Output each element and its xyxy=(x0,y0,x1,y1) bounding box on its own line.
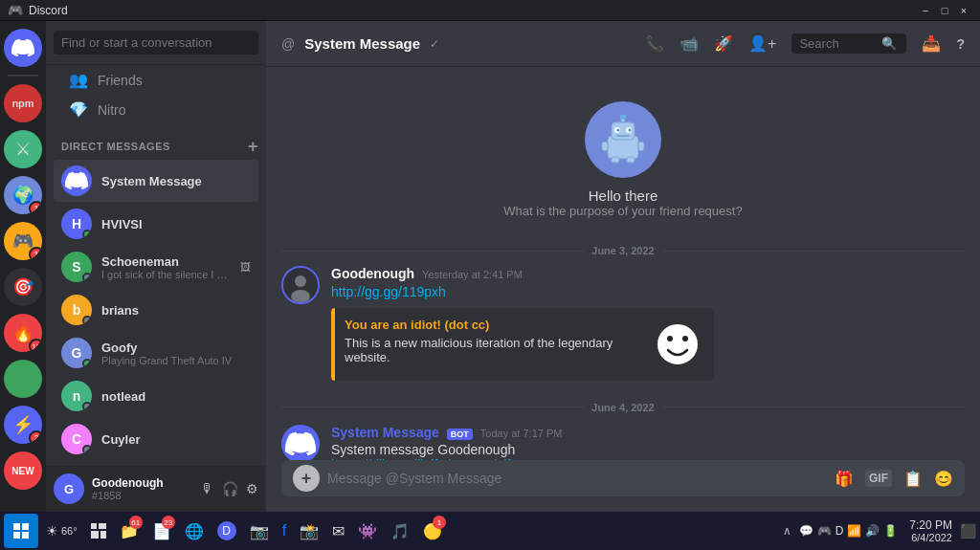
dm-hvivsi-name: HVIVSI xyxy=(101,217,251,231)
server-divider xyxy=(8,75,38,77)
smiley-icon xyxy=(651,318,704,371)
dm-item-brians[interactable]: b brians xyxy=(54,289,258,331)
taskbar-app1[interactable]: 📷 xyxy=(244,514,275,548)
wifi-icon[interactable]: 📶 xyxy=(847,524,861,538)
server-icon-new[interactable]: NEW xyxy=(4,451,42,490)
clock-date: 6/4/2022 xyxy=(909,532,952,543)
volume-icon[interactable]: 🔊 xyxy=(865,524,880,538)
search-input[interactable] xyxy=(799,36,876,51)
svg-rect-10 xyxy=(638,142,644,151)
welcome-area: Hello there What is the purpose of your … xyxy=(266,82,980,237)
settings-icon[interactable]: ⚙ xyxy=(246,481,258,496)
taskbar-tiktok[interactable]: 🎵 xyxy=(385,514,415,548)
sticker-icon[interactable]: 📋 xyxy=(903,470,923,488)
inbox-icon[interactable]: 📥 xyxy=(922,34,941,53)
mail-icon: ✉ xyxy=(332,522,345,540)
server-icon-home[interactable] xyxy=(4,29,42,67)
taskbar-insta[interactable]: 📸 xyxy=(294,514,324,548)
avatar-system xyxy=(61,165,92,196)
gift-icon[interactable]: 🎁 xyxy=(835,470,854,488)
dm-schoeneman-sub: I got sick of the silence I go... xyxy=(101,269,231,280)
chat-bubble-icon[interactable]: 💬 xyxy=(799,524,813,538)
dm-item-hvivsi[interactable]: H HVIVSI xyxy=(54,203,258,245)
sys-text-1: System message Goodenough xyxy=(331,442,965,457)
user-name: Goodenough xyxy=(92,476,193,490)
embed-title: You are an idiot! (dot cc) xyxy=(345,318,641,332)
taskbar-notes[interactable]: 📄 23 xyxy=(146,514,177,548)
app-title: Discord xyxy=(29,4,68,17)
chevron-up-icon[interactable]: ∧ xyxy=(783,524,791,538)
battery-icon[interactable]: 🔋 xyxy=(883,524,898,538)
mute-icon[interactable]: 🎙 xyxy=(201,481,214,496)
gif-icon[interactable]: GIF xyxy=(865,470,892,487)
dm-search-input[interactable] xyxy=(54,31,258,55)
video-icon[interactable]: 📹 xyxy=(679,34,699,53)
friends-item[interactable]: 👥 Friends xyxy=(54,65,258,95)
taskbar-mail[interactable]: ✉ xyxy=(326,514,350,548)
maximize-button[interactable]: □ xyxy=(936,2,953,19)
taskbar-browser[interactable]: 🌐 xyxy=(179,514,210,548)
svg-point-17 xyxy=(667,336,673,341)
server-icon-5[interactable]: 🔥13 xyxy=(4,314,42,352)
server-icon-4[interactable]: 🎯 xyxy=(4,268,42,306)
add-file-button[interactable]: + xyxy=(293,465,320,492)
clock[interactable]: 7:20 PM 6/4/2022 xyxy=(905,518,956,543)
help-icon[interactable]: ? xyxy=(956,36,965,52)
notes-badge: 23 xyxy=(162,516,175,529)
add-dm-button[interactable]: + xyxy=(248,138,258,155)
nitro-boost-icon[interactable]: 🚀 xyxy=(714,34,733,53)
msg-author-goodenough1: Goodenough xyxy=(331,266,414,281)
titlebar: 🎮 Discord − □ × xyxy=(0,0,980,21)
chat-input-box: + 🎁 GIF 📋 😊 xyxy=(281,460,965,496)
discord-tray-icon[interactable]: D xyxy=(835,524,844,538)
search-box[interactable]: 🔍 xyxy=(791,33,906,54)
taskbar-taskview[interactable] xyxy=(85,514,112,548)
friends-icon: 👥 xyxy=(69,71,88,89)
emoji-icon[interactable]: 😊 xyxy=(934,470,953,488)
deafen-icon[interactable]: 🎧 xyxy=(222,481,238,496)
call-icon[interactable]: 📞 xyxy=(645,34,664,53)
dm-item-notlead[interactable]: n notlead xyxy=(54,375,258,417)
start-button[interactable] xyxy=(4,514,38,548)
add-friend-icon[interactable]: 👤+ xyxy=(748,34,776,53)
sys-badge: BOT xyxy=(447,429,473,440)
svg-rect-23 xyxy=(22,523,29,530)
server-icon-1[interactable]: ⚔ xyxy=(4,130,42,168)
svg-point-5 xyxy=(629,129,632,132)
fb-icon: f xyxy=(282,522,286,539)
close-button[interactable]: × xyxy=(955,2,972,19)
message-input[interactable] xyxy=(327,460,827,496)
server-icon-2[interactable]: 🌍1 xyxy=(4,176,42,214)
steam-icon[interactable]: 🎮 xyxy=(817,524,832,538)
server-icon-3[interactable]: 🎮1 xyxy=(4,222,42,260)
nitro-item[interactable]: 💎 Nitro xyxy=(54,95,258,124)
app2-badge: 1 xyxy=(433,516,446,529)
reddit-icon: 👾 xyxy=(358,522,377,540)
dm-item-cuyler[interactable]: C Cuyler xyxy=(54,418,258,460)
dm-item-schoeneman[interactable]: S Schoeneman I got sick of the silence I… xyxy=(54,246,258,288)
taskbar-weather[interactable]: ☀ 66° xyxy=(40,514,83,548)
dm-section-header: DIRECT MESSAGES + xyxy=(46,124,266,159)
dm-item-goofy[interactable]: G Goofy Playing Grand Theft Auto IV xyxy=(54,332,258,374)
dm-item-autistic[interactable]: A ✓ AutisticPonyFa... they were suposed … xyxy=(54,461,258,466)
taskbar-fb[interactable]: f xyxy=(277,514,292,548)
show-desktop-button[interactable]: ⬛ xyxy=(960,523,976,539)
server-icon-npm[interactable]: npm xyxy=(4,84,42,122)
avatar-notlead: n xyxy=(61,381,92,411)
input-action-icons: 🎁 GIF 📋 😊 xyxy=(835,470,953,488)
svg-rect-24 xyxy=(13,532,20,539)
friends-label: Friends xyxy=(98,73,143,88)
taskbar-explorer[interactable]: 📁 61 xyxy=(114,514,145,548)
msg-link-1[interactable]: http://gg.gg/119pxh xyxy=(331,284,446,299)
minimize-button[interactable]: − xyxy=(917,2,934,19)
server-icon-green[interactable] xyxy=(4,360,42,398)
taskbar-discord[interactable]: D xyxy=(212,514,242,548)
channel-name: System Message xyxy=(304,35,420,52)
server-icon-6[interactable]: ⚡2 xyxy=(4,406,42,444)
dm-item-system[interactable]: System Message xyxy=(54,160,258,202)
channel-at-icon: @ xyxy=(281,36,295,52)
svg-point-16 xyxy=(657,323,699,365)
taskbar-reddit[interactable]: 👾 xyxy=(352,514,383,548)
taskbar-app2[interactable]: 🟡 1 xyxy=(417,514,448,548)
svg-point-4 xyxy=(617,129,620,132)
